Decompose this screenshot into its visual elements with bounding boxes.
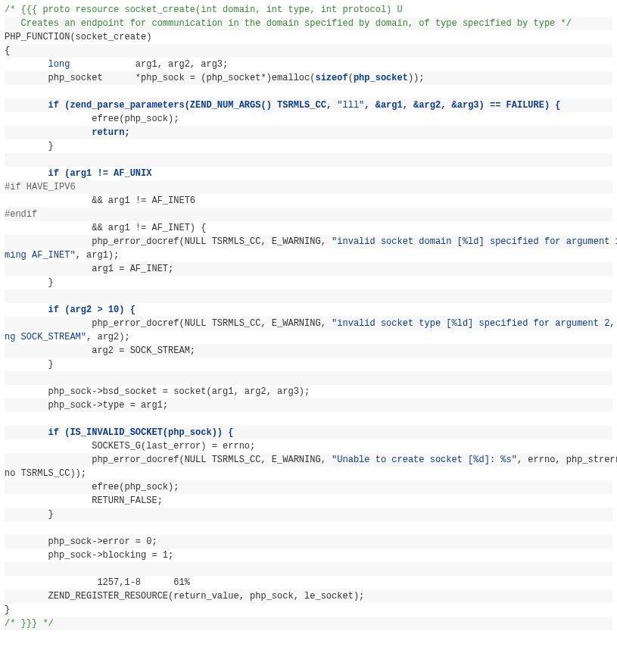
code-line: php_error_docref(NULL TSRMLS_CC, E_WARNI… — [5, 453, 612, 467]
code-segment: SOCKETS_G(last_error) = errno; — [5, 441, 255, 452]
code-segment: , arg1); — [76, 250, 120, 261]
code-line: && arg1 != AF_INET6 — [5, 194, 612, 208]
code-line: && arg1 != AF_INET) { — [5, 221, 612, 235]
code-segment: TSRMLS_CC, E_WARNING, — [206, 318, 332, 329]
code-segment: efree(php_sock); — [5, 114, 179, 124]
code-line: php_sock->blocking = 1; — [5, 549, 612, 562]
code-segment: if — [48, 100, 59, 111]
code-segment — [5, 168, 48, 179]
code-line: } — [5, 358, 612, 371]
code-line: arg1 = AF_INET; — [5, 262, 612, 276]
code-segment: RETURN_FALSE; — [5, 495, 163, 506]
code-segment: "invalid socket domain [%ld] specified f… — [332, 236, 617, 247]
code-segment: no TSRMLS_CC)); — [5, 468, 86, 479]
code-segment: php_error_docref( — [5, 236, 185, 247]
code-segment: #endif — [5, 209, 37, 220]
code-segment: ( — [59, 100, 70, 111]
code-segment: (ZEND_NUM_ARGS() TSRMLS_CC, — [185, 100, 338, 111]
code-segment: ng SOCK_STREAM" — [5, 332, 86, 342]
code-segment: "invalid socket type [%ld] specified for… — [332, 318, 617, 329]
code-segment: Creates an endpoint for communication in… — [5, 18, 572, 29]
code-segment: efree(php_sock); — [5, 482, 179, 492]
code-line: efree(php_sock); — [5, 480, 612, 494]
code-line: php_error_docref(NULL TSRMLS_CC, E_WARNI… — [5, 317, 612, 330]
code-segment — [5, 59, 48, 70]
code-line — [5, 85, 612, 98]
code-line: /* }}} */ — [5, 617, 612, 630]
code-line: Creates an endpoint for communication in… — [5, 17, 612, 30]
code-line: php_sock->error = 0; — [5, 535, 612, 549]
code-segment: { — [5, 45, 10, 56]
code-line: php_error_docref(NULL TSRMLS_CC, E_WARNI… — [5, 235, 612, 248]
code-segment: TSRMLS_CC, E_WARNING, — [206, 236, 332, 247]
code-segment: "Unable to create socket [%d]: %s" — [332, 455, 517, 465]
code-segment: arg1, arg2, arg3; — [70, 59, 228, 70]
code-segment: php_sock->error = — [5, 536, 146, 547]
code-segment: , errno, php_strerror(err — [517, 455, 617, 465]
code-line: ming AF_INET", arg1); — [5, 248, 612, 262]
code-line: ZEND_REGISTER_RESOURCE(return_value, php… — [5, 589, 612, 603]
code-segment: sizeof — [315, 73, 347, 83]
code-segment: (arg1 != AF_UNIX — [59, 168, 151, 179]
code-segment: /* {{{ proto resource socket_create(int … — [5, 5, 403, 15]
code-line: PHP_FUNCTION(socket_create) — [5, 30, 612, 44]
code-segment: ; — [124, 127, 129, 138]
code-line: if (arg2 > 10) { — [5, 303, 612, 317]
code-segment: PHP_FUNCTION(socket_create) — [5, 32, 151, 42]
code-line: if (IS_INVALID_SOCKET(php_sock)) { — [5, 426, 612, 439]
code-line: RETURN_FALSE; — [5, 494, 612, 508]
code-segment: php_sock->type = arg1; — [5, 400, 168, 411]
code-segment: if — [48, 427, 59, 438]
code-line: /* {{{ proto resource socket_create(int … — [5, 3, 612, 17]
code-segment: && arg1 != AF_INET) { — [5, 223, 206, 233]
code-segment — [5, 127, 92, 138]
code-segment — [5, 305, 48, 315]
code-line: arg2 = SOCK_STREAM; — [5, 344, 612, 358]
code-segment: , arg2); — [86, 332, 130, 342]
code-line — [5, 412, 612, 426]
code-line: no TSRMLS_CC)); — [5, 467, 612, 480]
code-segment: php_socket — [354, 73, 408, 83]
code-segment: zend_parse_parameters — [70, 100, 184, 111]
code-segment: 10 — [108, 305, 119, 315]
code-segment: } — [5, 277, 54, 288]
code-line: } — [5, 603, 612, 617]
code-segment: 1 — [163, 550, 168, 561]
code-line: ng SOCK_STREAM", arg2); — [5, 330, 612, 344]
code-segment: (arg2 > — [59, 305, 108, 315]
code-segment: php_socket *php_sock = (php_socket*)emal… — [5, 73, 315, 83]
code-line — [5, 289, 612, 303]
code-segment: )); — [408, 73, 425, 83]
code-segment: && arg1 != AF_INET6 — [5, 195, 195, 206]
code-segment: NULL — [185, 318, 207, 329]
code-line: #if HAVE_IPV6 — [5, 180, 612, 194]
code-segment: ZEND_REGISTER_RESOURCE(return_value, php… — [5, 591, 364, 602]
code-segment: return — [92, 127, 124, 138]
code-line — [5, 371, 612, 385]
code-segment: php_error_docref( — [5, 455, 185, 465]
code-segment: , &arg1, &arg2, &arg3) == FAILURE) { — [364, 100, 560, 111]
code-line: efree(php_sock); — [5, 112, 612, 126]
code-segment: /* }}} */ — [5, 618, 54, 629]
code-segment: "lll" — [337, 100, 364, 111]
code-segment: NULL — [185, 455, 207, 465]
code-segment: } — [5, 359, 54, 370]
code-line: php_sock->type = arg1; — [5, 399, 612, 412]
code-line: { — [5, 44, 612, 58]
code-segment: arg2 = SOCK_STREAM; — [5, 345, 195, 356]
code-segment: 1257,1-8 61% — [5, 577, 190, 588]
code-segment: ( — [348, 73, 354, 83]
code-segment: #if HAVE_IPV6 — [5, 182, 76, 192]
code-segment: ; — [168, 550, 173, 561]
code-line: } — [5, 276, 612, 289]
code-segment: long — [48, 59, 70, 70]
code-segment: if — [48, 305, 59, 315]
code-segment: php_sock->blocking = — [5, 550, 163, 561]
code-line: php_sock->bsd_socket = socket(arg1, arg2… — [5, 385, 612, 399]
code-line: } — [5, 139, 612, 153]
code-block: /* {{{ proto resource socket_create(int … — [5, 3, 612, 630]
code-line: return; — [5, 126, 612, 139]
code-segment: php_sock->bsd_socket = socket(arg1, arg2… — [5, 386, 310, 397]
code-segment: TSRMLS_CC, E_WARNING, — [206, 455, 332, 465]
code-line: if (arg1 != AF_UNIX — [5, 167, 612, 180]
